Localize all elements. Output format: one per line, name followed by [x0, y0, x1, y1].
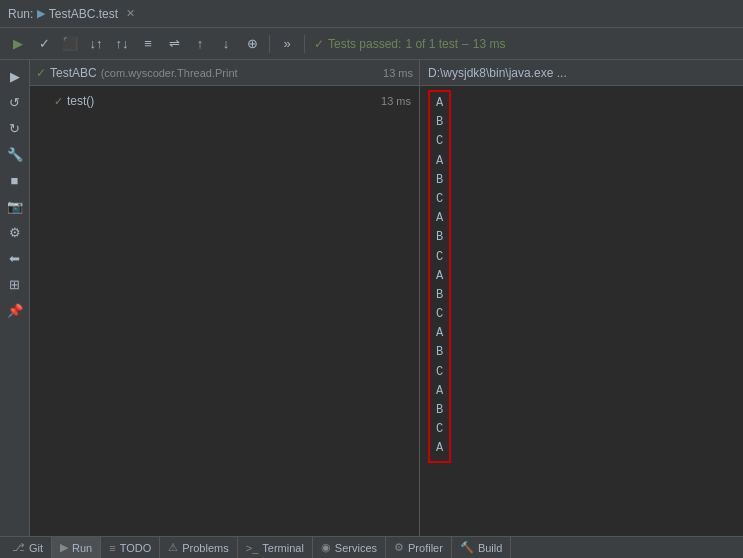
- check-button[interactable]: ✓: [32, 32, 56, 56]
- status-label: Profiler: [408, 542, 443, 554]
- output-line: A: [436, 152, 443, 171]
- run-icon: ▶: [60, 541, 68, 554]
- output-line: C: [436, 248, 443, 267]
- output-line: C: [436, 363, 443, 382]
- test-tree: ✓ test() 13 ms: [30, 86, 419, 536]
- status-item-problems[interactable]: ⚠Problems: [160, 537, 237, 559]
- sidebar-wrench-icon[interactable]: 🔧: [3, 142, 27, 166]
- output-line: A: [436, 267, 443, 286]
- status-label: Services: [335, 542, 377, 554]
- tree-header-check: ✓: [36, 66, 46, 80]
- status-item-build[interactable]: 🔨Build: [452, 537, 511, 559]
- status-label: Terminal: [262, 542, 304, 554]
- filter-button[interactable]: ↑↓: [110, 32, 134, 56]
- output-box: ABCABCABCABCABCABCA: [428, 90, 451, 463]
- sidebar-stop-icon[interactable]: ■: [3, 168, 27, 192]
- test-item-check: ✓: [54, 95, 63, 108]
- align-button[interactable]: ≡: [136, 32, 160, 56]
- rerun-button[interactable]: ↓↑: [84, 32, 108, 56]
- output-line: B: [436, 401, 443, 420]
- status-item-todo[interactable]: ≡TODO: [101, 537, 160, 559]
- search-button[interactable]: ⊕: [240, 32, 264, 56]
- up-button[interactable]: ↑: [188, 32, 212, 56]
- tests-passed: ✓ Tests passed: 1 of 1 test – 13 ms: [314, 37, 505, 51]
- status-item-git[interactable]: ⎇Git: [4, 537, 52, 559]
- tests-dash: –: [462, 37, 469, 51]
- output-line: B: [436, 171, 443, 190]
- services-icon: ◉: [321, 541, 331, 554]
- status-label: Git: [29, 542, 43, 554]
- toolbar-separator: [269, 35, 270, 53]
- output-panel: D:\wysjdk8\bin\java.exe ... ABCABCABCABC…: [420, 60, 743, 536]
- title-tab[interactable]: ▶ TestABC.test ✕: [37, 7, 135, 21]
- status-label: TODO: [120, 542, 152, 554]
- tests-check-icon: ✓: [314, 37, 324, 51]
- sidebar-layout-icon[interactable]: ⊞: [3, 272, 27, 296]
- git-icon: ⎇: [12, 541, 25, 554]
- tab-name: TestABC.test: [49, 7, 118, 21]
- test-panel: ✓ TestABC (com.wyscoder.Thread.Print 13 …: [30, 60, 420, 536]
- test-item[interactable]: ✓ test() 13 ms: [30, 90, 419, 112]
- sidebar-camera-icon[interactable]: 📷: [3, 194, 27, 218]
- output-line: B: [436, 113, 443, 132]
- profiler-icon: ⚙: [394, 541, 404, 554]
- sidebar-pin-icon[interactable]: 📌: [3, 298, 27, 322]
- output-line: B: [436, 228, 443, 247]
- output-header: D:\wysjdk8\bin\java.exe ...: [420, 60, 743, 86]
- output-line: A: [436, 439, 443, 458]
- title-bar: Run: ▶ TestABC.test ✕: [0, 0, 743, 28]
- output-line: B: [436, 286, 443, 305]
- output-line: A: [436, 382, 443, 401]
- status-item-terminal[interactable]: >_Terminal: [238, 537, 313, 559]
- tree-header-class: (com.wyscoder.Thread.Print: [101, 67, 238, 79]
- output-content[interactable]: ABCABCABCABCABCABCA: [420, 86, 743, 536]
- output-line: C: [436, 305, 443, 324]
- status-item-profiler[interactable]: ⚙Profiler: [386, 537, 452, 559]
- main-area: ▶ ↺ ↻ 🔧 ■ 📷 ⚙ ⬅ ⊞ 📌 ✓ TestABC (com.wysco…: [0, 60, 743, 536]
- status-bar: ⎇Git▶Run≡TODO⚠Problems>_Terminal◉Service…: [0, 536, 743, 558]
- status-item-services[interactable]: ◉Services: [313, 537, 386, 559]
- sidebar-run-icon[interactable]: ▶: [3, 64, 27, 88]
- test-tree-header: ✓ TestABC (com.wyscoder.Thread.Print 13 …: [30, 60, 419, 86]
- tree-header-name: TestABC: [50, 66, 97, 80]
- sidebar-settings-icon[interactable]: ⚙: [3, 220, 27, 244]
- sidebar-refresh-icon[interactable]: ↺: [3, 90, 27, 114]
- test-item-time: 13 ms: [381, 95, 411, 107]
- tab-icon: ▶: [37, 7, 45, 20]
- stop-button[interactable]: ⬛: [58, 32, 82, 56]
- output-line: C: [436, 190, 443, 209]
- output-line: B: [436, 343, 443, 362]
- output-line: C: [436, 132, 443, 151]
- align2-button[interactable]: ⇌: [162, 32, 186, 56]
- toolbar-separator2: [304, 35, 305, 53]
- status-label: Build: [478, 542, 502, 554]
- tests-count: 1 of 1 test: [405, 37, 458, 51]
- problems-icon: ⚠: [168, 541, 178, 554]
- toolbar: ▶ ✓ ⬛ ↓↑ ↑↓ ≡ ⇌ ↑ ↓ ⊕ » ✓ Tests passed: …: [0, 28, 743, 60]
- output-line: A: [436, 209, 443, 228]
- close-tab-button[interactable]: ✕: [126, 7, 135, 20]
- tests-passed-label: Tests passed:: [328, 37, 401, 51]
- output-path: D:\wysjdk8\bin\java.exe ...: [428, 66, 567, 80]
- status-label: Problems: [182, 542, 228, 554]
- todo-icon: ≡: [109, 542, 115, 554]
- run-label: Run:: [8, 7, 33, 21]
- status-item-run[interactable]: ▶Run: [52, 537, 101, 559]
- sidebar-reload-icon[interactable]: ↻: [3, 116, 27, 140]
- output-line: A: [436, 324, 443, 343]
- test-item-name: test(): [67, 94, 94, 108]
- down-button[interactable]: ↓: [214, 32, 238, 56]
- tree-header-time: 13 ms: [383, 67, 413, 79]
- more-button[interactable]: »: [275, 32, 299, 56]
- tests-time: 13 ms: [473, 37, 506, 51]
- output-line: A: [436, 94, 443, 113]
- status-label: Run: [72, 542, 92, 554]
- terminal-icon: >_: [246, 542, 259, 554]
- left-sidebar: ▶ ↺ ↻ 🔧 ■ 📷 ⚙ ⬅ ⊞ 📌: [0, 60, 30, 536]
- output-line: C: [436, 420, 443, 439]
- run-button[interactable]: ▶: [6, 32, 30, 56]
- build-icon: 🔨: [460, 541, 474, 554]
- sidebar-import-icon[interactable]: ⬅: [3, 246, 27, 270]
